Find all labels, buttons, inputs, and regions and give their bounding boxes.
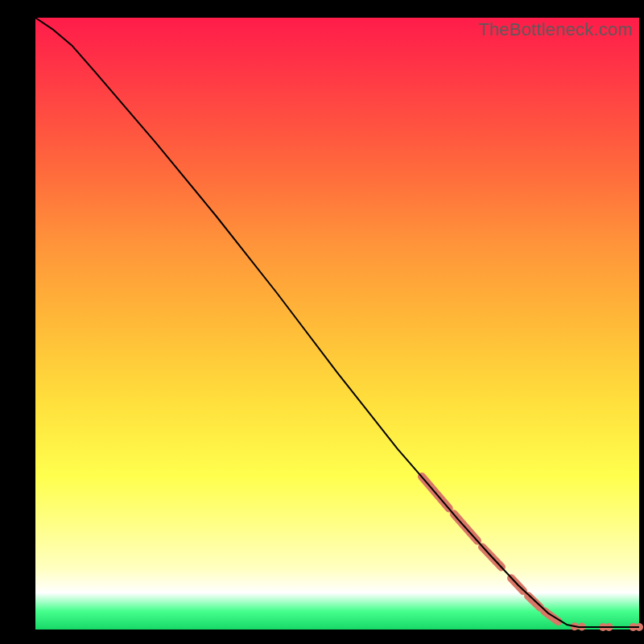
curve-marker-segment	[544, 611, 558, 621]
curve-marker-segment	[528, 596, 540, 607]
plot-area: TheBottleneck.com	[35, 18, 639, 630]
marker-layer	[422, 477, 643, 631]
chart-container: TheBottleneck.com	[0, 0, 644, 644]
curve-line	[35, 18, 639, 627]
chart-svg	[35, 18, 639, 630]
